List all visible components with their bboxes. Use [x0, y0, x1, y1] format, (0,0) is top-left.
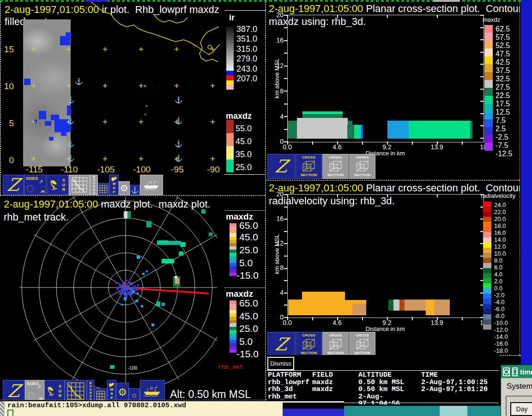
z-logo-button[interactable]: Z [3, 175, 24, 195]
cross-label: CROSS [302, 156, 315, 159]
cross-label: CROSS [356, 156, 369, 159]
ir-tick: 243.0 [236, 64, 257, 74]
bounds-button[interactable]: BOUNDS [90, 175, 98, 195]
circle-tool-button[interactable]: ○ [129, 388, 140, 400]
cb-tick: 65.0 [239, 298, 258, 309]
bounds-label: BOUNDS [89, 381, 92, 400]
sur-radar-button[interactable]: SUR [47, 175, 69, 195]
cube-icon [355, 338, 370, 351]
cube-icon [355, 160, 370, 173]
map-label: MAP [112, 182, 116, 194]
z-logo-button[interactable]: Z [267, 332, 295, 355]
cross-section-maxdz-panel: 2-aug-1997,01:05:00 Planar cross-section… [266, 2, 520, 179]
cb-tick: 45.0 [239, 311, 258, 322]
grid-small-button[interactable] [94, 388, 107, 400]
map-icon [109, 382, 115, 387]
buoy-button[interactable]: ⚓ [130, 185, 140, 195]
lat-label: 0 [1, 155, 14, 165]
cross-section-button-active[interactable]: CROSS SECTION [296, 332, 322, 355]
cell: 2-Aug-97,1:00:25 [421, 379, 498, 386]
cell: 0.50 km MSL [358, 379, 421, 386]
day-frame: Day [506, 396, 532, 416]
bounds-button[interactable]: BOUNDS [87, 380, 94, 400]
zebra-logo-icon: Z [274, 158, 289, 175]
ir-colorbar-gradient [226, 27, 234, 71]
ship-icon [142, 180, 161, 190]
zebra-logo-icon: Z [274, 336, 289, 353]
grid-overlay-button[interactable] [69, 175, 90, 195]
dismiss-button[interactable]: Dismiss [267, 357, 294, 370]
y-axis-title: km above MSL [273, 226, 280, 282]
radar-maxdz-panel: 2-aug-1997,01:05:00 maxdz plot. maxdz pl… [0, 196, 265, 400]
goes-label: GOES [26, 176, 38, 181]
status-window: Dismiss PLATFORM FIELD ALTITUDE TIME rhb… [266, 355, 499, 404]
map-button[interactable]: MAP [109, 175, 119, 195]
grid-curve-icon [72, 177, 87, 193]
goes-ir-button[interactable]: GOES ↗ .IR [25, 380, 44, 400]
x-axis-title: Distance in km [287, 325, 483, 332]
radar-range-rings [0, 196, 217, 400]
time-window-titlebar[interactable]: time [501, 365, 532, 378]
ir-tick: 279.0 [236, 54, 257, 64]
cb-tick: 25.0 [239, 245, 258, 256]
ir-tick: 351.0 [236, 34, 257, 44]
cross-section-button[interactable]: CROSS SECTION [322, 154, 349, 179]
platform-table: PLATFORM FIELD ALTITUDE TIME rhb_lowprf … [268, 372, 498, 404]
lon-label: -110 [55, 165, 83, 175]
track-platform-label: rhb_met [218, 364, 243, 371]
buoy-icon: ⚓ [131, 187, 139, 193]
sur-radar-button[interactable]: SUR [44, 380, 65, 400]
y-axis-ticks [284, 15, 287, 142]
cross-section-button-active[interactable]: CROSS SECTION [296, 154, 322, 179]
cross-section-button[interactable]: CROSS SECTION [349, 154, 375, 179]
day-button[interactable]: Day [510, 402, 532, 416]
ir-label: .IR [38, 397, 43, 400]
colorbar-title: radialvelocity [481, 192, 515, 199]
section-label: SECTION [327, 351, 344, 355]
cross-section-button[interactable]: CROSS SECTION [322, 332, 349, 355]
ship-track-line [127, 288, 209, 294]
cell: maxdz [312, 386, 358, 393]
maxdz-colorbar-underline [224, 174, 266, 175]
col-header: PLATFORM [268, 372, 312, 379]
z-logo-button[interactable]: Z [3, 380, 25, 400]
grid-small-button[interactable] [98, 183, 109, 195]
satellite-arrow-icon: ↗ [39, 179, 43, 184]
ship-button[interactable] [140, 175, 163, 195]
y-tick: 8 [272, 87, 284, 95]
ship-button[interactable] [140, 380, 165, 400]
maxdz-tick: 35.0 [236, 150, 252, 159]
map-icon [111, 176, 117, 182]
grid-overlay-button[interactable] [65, 380, 87, 400]
z-logo-button[interactable]: Z [267, 154, 295, 179]
maxdz-tick: 55.0 [236, 124, 252, 134]
terminal-scrollbar[interactable] [0, 401, 5, 416]
radar-maxdz-colorbar-1 [230, 223, 236, 276]
xs-maxdz-title: 2-aug-1997,01:05:00 Planar cross-section… [269, 3, 520, 15]
goes-ir-button[interactable]: GOES ↗ .IR [24, 175, 46, 195]
radar-title: 2-aug-1997,01:05:00 maxdz plot. maxdz pl… [4, 198, 211, 210]
cross-label: CROSS [329, 156, 342, 159]
terminal-window[interactable]: rain:beaufait:105>xdump.all 970802.0105.… [0, 400, 283, 416]
cell: 0.50 km MSL [358, 386, 421, 393]
y-tick: 8 [272, 264, 284, 271]
cube-icon [328, 338, 343, 351]
ir-tick: 315.0 [236, 44, 257, 54]
window-menu-icon[interactable] [503, 367, 510, 376]
gear-icon: ⚙ [120, 184, 128, 193]
satellite-globe-icon [28, 392, 35, 399]
gear-icon: ⚙ [118, 387, 127, 398]
separator [266, 180, 520, 181]
maxdz-tick: 45.0 [236, 137, 252, 147]
y-tick: 4 [272, 113, 284, 120]
cross-section-button[interactable]: CROSS SECTION [349, 332, 375, 355]
maxdz-colorbar-segments [226, 120, 234, 172]
map-button[interactable]: MAP [107, 380, 116, 400]
separator [265, 2, 266, 400]
window-minimize-icon[interactable] [512, 367, 518, 376]
altitude-readout: Alt: 0.50 km MSL [170, 388, 251, 400]
gear-button[interactable]: ⚙ [116, 383, 129, 400]
cross-label: CROSS [329, 334, 342, 337]
gear-button[interactable]: ⚙ [119, 181, 130, 195]
radar-title-line2: rhb_met track. [4, 211, 69, 223]
